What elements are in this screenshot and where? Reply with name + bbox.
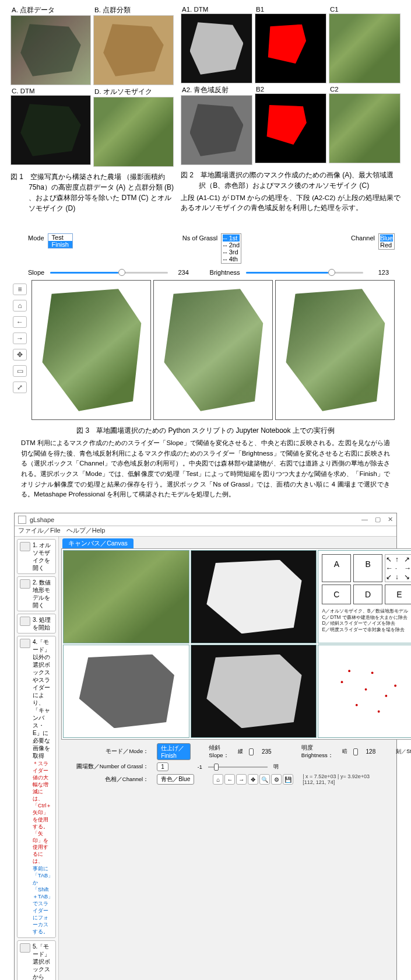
tb-pan-icon[interactable]: ✥: [13, 349, 27, 360]
canvas-button-panel: A B ↖ ↑ ↗ ← · → ↙: [318, 550, 411, 643]
nav-ne-icon[interactable]: ↗: [404, 555, 411, 564]
ns-slider-gui[interactable]: [208, 764, 268, 771]
canvas-C[interactable]: [63, 645, 189, 738]
brightness-slider[interactable]: [246, 268, 363, 276]
ns-select-gui[interactable]: 1: [157, 762, 168, 771]
svg-point-2: [385, 695, 388, 697]
btn-A[interactable]: A: [322, 554, 351, 582]
fig2-panel-B1: B1: [255, 5, 326, 83]
ns-range-lo: -1: [198, 764, 202, 770]
tb-back-icon[interactable]: ←: [13, 316, 27, 328]
svg-point-4: [365, 688, 367, 691]
fig2-label-C1: C1: [330, 6, 401, 13]
mode-label: Mode: [28, 233, 44, 242]
step-4[interactable]: 4.「モード」以外の選択ボックスやスライダーにより、「キャンバス・E」に必要な画…: [17, 636, 56, 938]
fig2-label-A1: A1. DTM: [182, 6, 252, 13]
readout-rgb: [112, 121, 74]: [303, 779, 370, 785]
channel-option-red[interactable]: Red: [380, 242, 393, 249]
window-min-icon[interactable]: —: [361, 516, 368, 523]
menu-help[interactable]: ヘルプ／Help: [66, 526, 106, 536]
scatter-icon: [318, 645, 411, 737]
btn-B[interactable]: B: [353, 554, 382, 582]
slope-value-gui: 235: [255, 748, 278, 755]
mode-select[interactable]: Test Finish: [48, 233, 73, 249]
figures-1-2-row: A. 点群データ B. 点群分類 C. DTM D. オルソモザイク: [10, 5, 401, 214]
nav-s-icon[interactable]: ↓: [395, 573, 404, 581]
ns-option-4[interactable]: -- 4th: [223, 256, 240, 262]
menubar: ファイル／File ヘルプ／Help: [15, 526, 396, 537]
channel-label: Channel: [351, 233, 375, 242]
fig2-caption-head: 図 2 草地圃場選択の際のマスク作成のための画像: [181, 171, 340, 179]
slope-slider[interactable]: [50, 268, 167, 276]
btn-D[interactable]: D: [353, 584, 382, 604]
fig2-caption-sub: 上段 (A1-C1) が DTM からの処理を、下段 (A2-C2) が上段の処…: [181, 193, 401, 214]
fig2-panel-C2: C2: [329, 85, 401, 165]
fig1-label-D: D. オルソモザイク: [94, 88, 174, 96]
brightness-value: 123: [369, 269, 389, 276]
window-max-icon[interactable]: ▢: [375, 516, 381, 523]
tb-menu-icon[interactable]: ≡: [13, 284, 27, 295]
slope-value: 234: [174, 269, 194, 276]
nav-sw-icon[interactable]: ↙: [386, 573, 395, 581]
nav-w-icon[interactable]: ←: [386, 564, 395, 572]
step-5[interactable]: 5.「モード」選択ボックスから「仕上げ」を選ぶ: [17, 940, 56, 980]
fig2-label-B1: B1: [256, 6, 326, 13]
mini-config-icon[interactable]: ⚙: [271, 774, 282, 785]
step-2[interactable]: 2. 数値地形モデルを開く: [17, 576, 56, 611]
fig2-label-B2: B2: [256, 86, 326, 93]
readout-box: | x = 7.52e+03 | y= 3.92e+03 [112, 121, …: [303, 774, 370, 785]
mini-zoom-icon[interactable]: 🔍: [259, 774, 270, 785]
mini-back-icon[interactable]: ←: [224, 774, 235, 785]
ns-option-3[interactable]: -- 3rd: [223, 249, 240, 256]
nav-nw-icon[interactable]: ↖: [386, 555, 395, 564]
mode-select-gui[interactable]: 仕上げ／Finish: [157, 743, 190, 760]
canvas-B-dtm[interactable]: [191, 550, 317, 643]
mini-home-icon[interactable]: ⌂: [213, 774, 223, 785]
fig2-panel-A2: A2. 青色域反射: [181, 85, 252, 165]
tb-zoom-icon[interactable]: ▭: [13, 365, 27, 377]
step-1-label: 1. オルソモザイクを開く: [33, 542, 51, 571]
ns-option-2[interactable]: -- 2nd: [223, 242, 240, 249]
fig1-panel-D: D. オルソモザイク: [93, 86, 174, 167]
jupyter-panel-mid[interactable]: [153, 280, 273, 420]
brightness-label-gui: 明度 Brightness：: [301, 744, 336, 760]
menu-file[interactable]: ファイル／File: [18, 526, 61, 536]
canvas-A-ortho[interactable]: [63, 550, 189, 643]
window-close-icon[interactable]: ✕: [388, 516, 393, 523]
nav-n-icon[interactable]: ↑: [395, 555, 404, 564]
canvas-tab[interactable]: キャンバス／Canvas: [62, 538, 134, 548]
step-4-note-blue: 事前に「TAB」か「Shift＋TAB」でスライダーにフォーカスする。: [33, 866, 53, 936]
jupyter-controls-row: Mode Test Finish Ns of Grassl -- 1st -- …: [10, 231, 401, 268]
jupyter-panel-left[interactable]: [31, 280, 151, 420]
fig3-caption-body: DTM 利用によるマスク作成のためのスライダー「Slope」で閾値を変化させると…: [21, 438, 390, 500]
nav-center-icon[interactable]: ·: [395, 564, 404, 572]
jupyter-panel-right[interactable]: [275, 280, 395, 420]
jupyter-panels-row: ≡ ⌂ ← → ✥ ▭ ⤢: [10, 279, 401, 421]
fig2-label-C2: C2: [330, 86, 401, 93]
nav-se-icon[interactable]: ↘: [404, 573, 411, 581]
fig2-panel-C1: C1: [329, 5, 401, 83]
canvas-E[interactable]: [318, 645, 411, 738]
channel-select[interactable]: Blue Red: [378, 233, 395, 250]
matplotlib-toolbar: ≡ ⌂ ← → ✥ ▭ ⤢: [13, 280, 29, 420]
tb-home-icon[interactable]: ⌂: [13, 300, 27, 312]
mini-fwd-icon[interactable]: →: [236, 774, 247, 785]
btn-C[interactable]: C: [322, 584, 351, 604]
ns-select[interactable]: -- 1st -- 2nd -- 3rd -- 4th: [221, 233, 241, 264]
mini-pan-icon[interactable]: ✥: [248, 774, 258, 785]
mode-option-finish[interactable]: Finish: [48, 241, 72, 248]
mode-option-test[interactable]: Test: [48, 234, 72, 241]
slope-range-left: 緩: [238, 748, 243, 755]
tb-forward-icon[interactable]: →: [13, 332, 27, 344]
channel-option-blue[interactable]: Blue: [380, 235, 393, 242]
step-1[interactable]: 1. オルソモザイクを開く: [17, 539, 56, 574]
canvas-D[interactable]: [191, 645, 317, 738]
ns-option-1[interactable]: -- 1st: [223, 235, 240, 242]
step-3[interactable]: 3. 処理を開始: [17, 614, 56, 634]
channel-select-gui[interactable]: 青色／Blue: [157, 774, 194, 785]
btn-E[interactable]: E: [385, 584, 411, 604]
tb-expand-icon[interactable]: ⤢: [13, 382, 27, 393]
fig2-image-B2: [255, 93, 326, 163]
mini-save-icon[interactable]: 💾: [283, 774, 293, 785]
nav-e-icon[interactable]: →: [404, 564, 411, 572]
